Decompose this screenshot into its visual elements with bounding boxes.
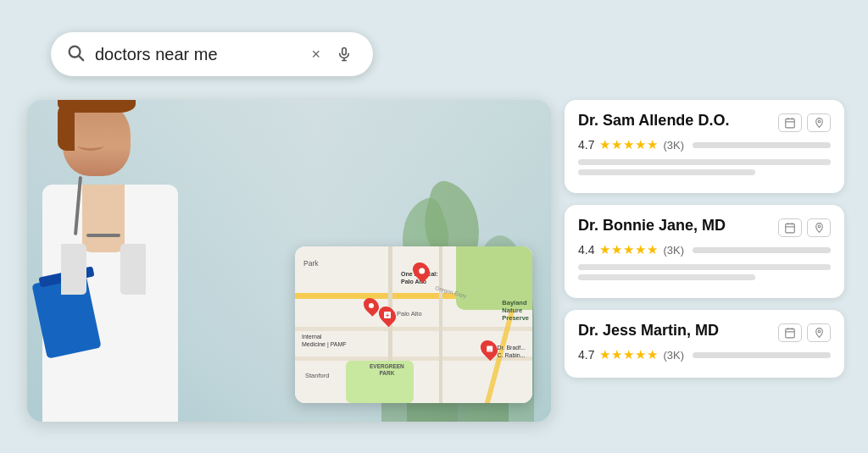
mic-button[interactable]: [331, 41, 358, 68]
map-label-park: Park: [303, 259, 318, 268]
result-3-count: (3K): [663, 349, 684, 362]
result-2-rating: 4.4: [578, 243, 594, 257]
svg-rect-5: [786, 119, 795, 128]
map-pin-bradford[interactable]: ⌂: [481, 340, 497, 358]
search-bar[interactable]: doctors near me ×: [51, 32, 373, 76]
result-1-calendar-icon[interactable]: [778, 113, 802, 132]
result-2-count: (3K): [663, 244, 684, 257]
svg-line-1: [79, 56, 83, 60]
result-1-rating: 4.7: [578, 138, 594, 152]
result-1-stars: ★★★★★: [599, 137, 658, 152]
map-pin-2[interactable]: [364, 297, 378, 314]
result-card-1[interactable]: Dr. Sam Allende D.O. 4.7 ★★★★★ (3K): [565, 100, 844, 193]
map-label-rabin: Dr. Bradf...C. Rabin...: [498, 344, 526, 359]
result-3-location-icon[interactable]: [807, 323, 831, 342]
result-1-line1: [578, 159, 831, 165]
result-2-calendar-icon[interactable]: [778, 218, 802, 237]
result-1-count: (3K): [663, 139, 684, 152]
result-1-location-icon[interactable]: [807, 113, 831, 132]
result-2-stars: ★★★★★: [599, 242, 658, 257]
map-overlay[interactable]: Park BaylandNaturePreserve One Medical:P…: [295, 246, 532, 403]
result-2-name: Dr. Bonnie Jane, MD: [578, 217, 778, 235]
result-3-calendar-icon[interactable]: [778, 323, 802, 342]
svg-rect-15: [786, 329, 795, 338]
map-label-stanford: Stanford: [305, 372, 329, 379]
search-query: doctors near me: [95, 45, 301, 64]
result-3-stars: ★★★★★: [599, 347, 658, 362]
svg-rect-10: [786, 224, 795, 233]
map-label-bayland: BaylandNaturePreserve: [502, 299, 529, 322]
result-1-line2: [578, 169, 755, 175]
result-2-location-icon[interactable]: [807, 218, 831, 237]
map-label-palo-alto: Palo Alto: [397, 310, 422, 318]
search-icon: [66, 43, 85, 65]
results-panel: Dr. Sam Allende D.O. 4.7 ★★★★★ (3K): [565, 100, 844, 378]
result-2-line1: [578, 264, 831, 270]
map-pin-one-medical[interactable]: [414, 262, 429, 280]
result-3-rating: 4.7: [578, 348, 594, 362]
result-card-2[interactable]: Dr. Bonnie Jane, MD 4.4 ★★★★★ (3K): [565, 205, 844, 298]
map-pin-medical[interactable]: +: [380, 306, 395, 324]
svg-rect-2: [342, 48, 347, 55]
svg-point-14: [818, 225, 821, 228]
map-label-evergreen: EVERGREENPARK: [370, 363, 404, 378]
svg-point-19: [818, 330, 821, 333]
map-label-pamf: InternalMedicine | PAMF: [302, 333, 347, 348]
result-card-3[interactable]: Dr. Jess Martin, MD 4.7 ★★★★★ (3K): [565, 310, 844, 378]
result-1-name: Dr. Sam Allende D.O.: [578, 112, 778, 130]
svg-point-9: [818, 120, 821, 123]
clear-button[interactable]: ×: [311, 46, 320, 64]
result-3-name: Dr. Jess Martin, MD: [578, 322, 778, 340]
main-card: Park BaylandNaturePreserve One Medical:P…: [27, 100, 551, 422]
result-2-line2: [578, 274, 755, 280]
